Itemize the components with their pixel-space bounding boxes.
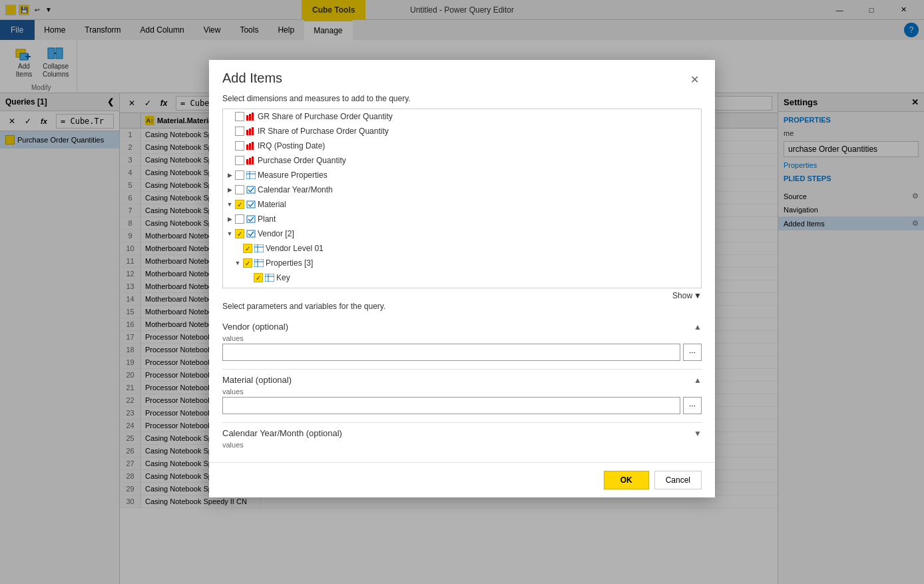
checkbox-ir-share[interactable] (235, 127, 244, 136)
checkbox-poq[interactable] (235, 156, 244, 165)
svg-rect-17 (249, 158, 251, 164)
params-section: Vendor (optional) ▲ values ··· Material … (209, 316, 715, 462)
param-vendor-dots-button[interactable]: ··· (683, 344, 702, 361)
param-vendor-title: Vendor (optional) (222, 322, 288, 332)
param-material-title: Material (optional) (222, 375, 292, 385)
add-items-modal: Add Items ✕ Select dimensions and measur… (209, 60, 715, 497)
svg-rect-18 (252, 156, 254, 164)
cancel-button[interactable]: Cancel (654, 471, 702, 489)
tree-label-material: Material (258, 200, 286, 209)
param-vendor-chevron: ▲ (694, 322, 702, 332)
svg-rect-11 (249, 129, 251, 135)
modal-close-button[interactable]: ✕ (688, 71, 702, 89)
measure-icon-ir-share (246, 126, 256, 137)
param-vendor: Vendor (optional) ▲ values ··· (222, 322, 702, 361)
svg-rect-12 (252, 127, 254, 135)
svg-rect-7 (246, 115, 248, 121)
tree-label-vendor: Vendor [2] (258, 229, 294, 238)
svg-rect-25 (247, 230, 255, 237)
show-chevron-icon: ▼ (694, 291, 702, 300)
checkbox-vendor[interactable] (235, 229, 244, 238)
param-vendor-values-label: values (222, 334, 702, 342)
tree-item-vendor-level01[interactable]: Vendor Level 01 (223, 241, 701, 256)
svg-rect-16 (246, 159, 248, 164)
svg-rect-26 (254, 244, 264, 252)
param-vendor-header[interactable]: Vendor (optional) ▲ (222, 322, 702, 332)
measure-icon-irq (246, 141, 256, 151)
checkbox-gr-share[interactable] (235, 112, 244, 121)
tree-item-key[interactable]: Key (223, 270, 701, 285)
param-material-dots-button[interactable]: ··· (683, 397, 702, 414)
modal-header: Add Items ✕ (209, 60, 715, 94)
svg-rect-24 (247, 216, 255, 222)
tree-item-measure-props[interactable]: ▶ Measure Properties (223, 168, 701, 182)
show-label: Show (672, 291, 692, 300)
tree-label-calendar: Calendar Year/Month (258, 185, 333, 194)
svg-rect-23 (247, 201, 255, 208)
checkbox-properties[interactable] (243, 258, 252, 268)
checkbox-material[interactable] (235, 200, 244, 209)
param-separator-2 (222, 422, 702, 423)
table-icon-measure-props (246, 170, 256, 180)
tree-label-vendor-level01: Vendor Level 01 (266, 244, 324, 253)
checkbox-vendor-level01[interactable] (243, 244, 252, 253)
tree-item-properties[interactable]: ▼ Properties [3] (223, 256, 701, 270)
show-button[interactable]: Show ▼ (672, 291, 702, 300)
table-icon-key (264, 272, 275, 283)
param-calendar-values-label: values (222, 441, 702, 449)
param-material-header[interactable]: Material (optional) ▲ (222, 375, 702, 385)
param-vendor-input[interactable] (222, 344, 680, 361)
checkbox-measure-props[interactable] (235, 170, 244, 180)
param-calendar-title: Calendar Year/Month (optional) (222, 428, 342, 438)
tree-item-poq[interactable]: Purchase Order Quantity (223, 153, 701, 168)
dim-icon-vendor (246, 228, 256, 239)
modal-title: Add Items (222, 71, 282, 86)
show-section: Show ▼ (209, 288, 715, 302)
modal-overlay: Add Items ✕ Select dimensions and measur… (0, 0, 924, 584)
ok-button[interactable]: OK (604, 471, 649, 489)
param-material-chevron: ▲ (694, 376, 702, 385)
tree-item-calendar[interactable]: ▶ Calendar Year/Month (223, 182, 701, 197)
svg-rect-9 (252, 113, 254, 121)
param-calendar: Calendar Year/Month (optional) ▼ values (222, 428, 702, 449)
param-material-input[interactable] (222, 397, 680, 414)
tree-item-plant[interactable]: ▶ Plant (223, 212, 701, 226)
svg-rect-19 (246, 171, 256, 179)
tree-item-vendor[interactable]: ▼ Vendor [2] (223, 226, 701, 241)
tree-label-properties: Properties [3] (266, 258, 313, 268)
tree-label-poq: Purchase Order Quantity (258, 156, 346, 165)
tree-item-gr-share[interactable]: GR Share of Purchase Order Quantity (223, 109, 701, 124)
tree-label-plant: Plant (258, 214, 276, 224)
dim-icon-plant (246, 214, 256, 224)
param-separator-1 (222, 369, 702, 370)
param-material: Material (optional) ▲ values ··· (222, 375, 702, 414)
table-icon-vendor-level01 (254, 243, 264, 254)
param-vendor-input-row: ··· (222, 344, 702, 361)
dim-icon-calendar (246, 184, 256, 195)
tree-item-material[interactable]: ▼ Material (223, 197, 701, 212)
checkbox-calendar[interactable] (235, 185, 244, 194)
dim-icon-material (246, 199, 256, 210)
svg-rect-22 (247, 186, 255, 193)
svg-rect-32 (265, 274, 274, 282)
tree-item-irq[interactable]: IRQ (Posting Date) (223, 139, 701, 153)
tree-label-measure-props: Measure Properties (258, 170, 328, 180)
svg-rect-29 (254, 259, 264, 267)
tree-item-ir-share[interactable]: IR Share of Purchase Order Quantity (223, 124, 701, 139)
svg-rect-14 (249, 143, 251, 150)
params-subtitle: Select parameters and variables for the … (209, 302, 715, 316)
svg-rect-10 (246, 130, 248, 135)
param-calendar-header[interactable]: Calendar Year/Month (optional) ▼ (222, 428, 702, 438)
tree-label-gr-share: GR Share of Purchase Order Quantity (258, 112, 393, 121)
measure-icon-gr-share (246, 111, 256, 122)
param-material-input-row: ··· (222, 397, 702, 414)
checkbox-plant[interactable] (235, 214, 244, 224)
tree-label-irq: IRQ (Posting Date) (258, 141, 325, 150)
modal-subtitle: Select dimensions and measures to add to… (209, 94, 715, 109)
svg-rect-13 (246, 145, 248, 150)
param-material-values-label: values (222, 388, 702, 396)
checkbox-key[interactable] (254, 273, 263, 282)
param-calendar-chevron: ▼ (694, 429, 702, 438)
checkbox-irq[interactable] (235, 141, 244, 150)
modal-footer: OK Cancel (209, 462, 715, 497)
